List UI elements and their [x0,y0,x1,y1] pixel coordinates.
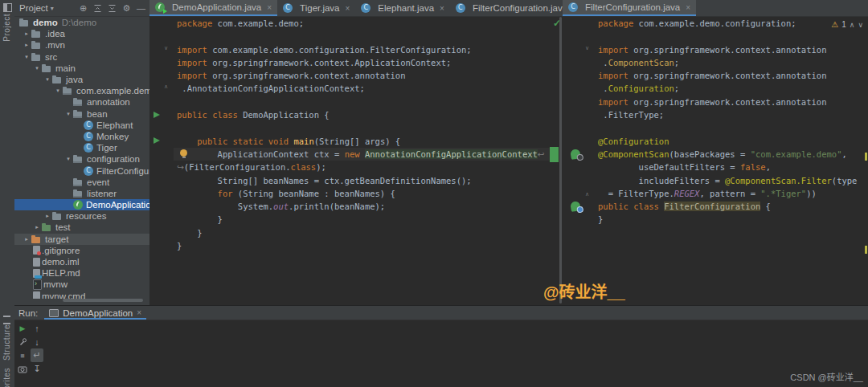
tree-item-Tiger[interactable]: CTiger [14,142,149,153]
close-tab-icon[interactable]: × [267,3,272,12]
tree-item-.idea[interactable]: ▸.idea [14,28,149,39]
code-editor-left[interactable]: package com.example.demo; import com.exa… [174,16,555,305]
code-line[interactable]: .AnnotationConfigApplicationContext; [174,82,555,95]
navigate-down-button[interactable]: ↓ [31,335,43,348]
code-line[interactable]: } [174,239,555,252]
code-line[interactable]: @ComponentScan(basePackages = "com.examp… [595,148,868,161]
tree-item-.mvn[interactable]: ▸.mvn [14,39,149,51]
code-line[interactable]: import org.springframework.context.annot… [595,43,868,56]
code-line[interactable]: useDefaultFilters = false, [595,161,868,173]
rerun-button[interactable]: ▶ [16,321,29,335]
run-tab-demoapplication[interactable]: DemoApplication × [44,306,146,320]
stop-button[interactable]: ■ [16,348,29,362]
tree-chevron-icon[interactable]: ▸ [22,42,31,48]
code-line[interactable]: import org.springframework.context.annot… [595,69,868,82]
locate-file-button[interactable]: ⊕ [77,1,89,15]
tab-Tiger.java[interactable]: CTiger.java× [277,0,355,16]
horizontal-scrollbar[interactable] [63,299,143,302]
code-line[interactable]: public class DemoApplication { [174,108,555,121]
inspection-widget[interactable]: ⚠ 1 ∧ ∨ [831,20,863,29]
spring-config-gutter-icon[interactable] [570,201,581,212]
tree-chevron-icon[interactable]: ▾ [43,76,52,83]
tab-FilterConfiguration.java[interactable]: CFilterConfiguration.java× [563,0,696,16]
fold-marker-icon[interactable]: ∧ [585,191,589,198]
tree-item-annotation[interactable]: annotation [14,96,149,108]
code-line[interactable]: import com.example.demo.configuration.Fi… [174,43,555,56]
code-line[interactable] [595,121,868,134]
fold-marker-icon[interactable]: ∧ [164,84,168,90]
code-line[interactable]: includeFilters = @ComponentScan.Filter(t… [595,174,868,187]
fold-marker-icon[interactable]: ∨ [585,45,589,51]
edit-configuration-wrench-button[interactable] [16,335,29,348]
tree-item-bean[interactable]: ▾bean [14,108,149,120]
soft-wrap-button[interactable]: ↵ [31,348,43,362]
tree-chevron-icon[interactable]: ▾ [22,54,31,60]
camera-icon[interactable] [16,362,29,376]
tree-item-test[interactable]: ▸test [14,222,149,233]
navigate-up-button[interactable]: ↑ [31,321,43,335]
tab-Elephant.java[interactable]: CElephant.java× [355,0,450,16]
tree-chevron-icon[interactable]: ▾ [32,65,42,71]
code-line[interactable]: ApplicationContext ctx = new AnnotationC… [174,148,555,161]
tree-item-mvnw.cmd[interactable]: mvnw.cmd [14,291,149,299]
code-line[interactable]: public class FilterConfiguration { [595,200,868,213]
code-line[interactable]: import org.springframework.context.annot… [174,69,555,82]
code-line[interactable]: import org.springframework.context.annot… [595,96,868,108]
tree-item-Monkey[interactable]: CMonkey [14,131,149,142]
code-line[interactable] [595,30,868,43]
tree-chevron-icon[interactable]: ▾ [63,111,73,117]
code-line[interactable] [174,96,555,108]
tree-item-demo[interactable]: demoD:\demo [14,17,149,28]
tree-item-java[interactable]: ▾java [14,74,149,85]
run-main-gutter-icon[interactable] [154,137,160,144]
tree-chevron-icon[interactable]: ▸ [43,213,52,219]
intention-bulb-icon[interactable] [180,149,187,157]
tree-item-DemoApplication[interactable]: DemoApplication [14,199,149,210]
code-line[interactable]: } [595,213,868,226]
expand-all-button[interactable] [92,1,104,15]
tree-item-.gitignore[interactable]: .gitignore [14,245,149,256]
code-line[interactable]: package com.example.demo.configuration; [595,17,868,30]
tree-item-Elephant[interactable]: CElephant [14,120,149,131]
code-line[interactable]: System.out.println(beanName); [174,200,555,213]
tree-item-HELP.md[interactable]: HELP.md [14,267,149,279]
tree-item-listener[interactable]: listener [14,188,149,199]
close-icon[interactable]: × [137,308,141,317]
spring-bean-gutter-icon[interactable] [570,149,581,160]
tree-chevron-icon[interactable]: ▸ [32,224,42,230]
tab-DemoApplication.java[interactable]: DemoApplication.java× [149,0,277,16]
chevron-down-icon[interactable]: ▾ [51,5,54,12]
code-line[interactable]: @Configuration [595,135,868,148]
code-line[interactable]: } [174,226,555,239]
code-editor-right[interactable]: package com.example.demo.configuration; … [595,16,868,305]
tree-item-demo.iml[interactable]: demo.iml [14,256,149,267]
next-warning-icon[interactable]: ∨ [858,21,863,29]
gear-icon[interactable]: ⚙ [121,1,133,15]
tree-item-event[interactable]: event [14,177,149,188]
stripe-button-favorites[interactable]: Favorites [2,368,11,387]
tree-item-src[interactable]: ▾src [14,51,149,63]
tree-item-target[interactable]: ▸target [14,234,149,245]
vertical-scrollbar[interactable] [559,17,562,303]
tree-chevron-icon[interactable]: ▾ [63,156,73,162]
code-line[interactable]: .ComponentScan; [595,56,868,69]
stripe-button-project[interactable]: Project [2,14,11,42]
tree-item-FilterConfiguration[interactable]: CFilterConfiguration [14,165,149,176]
tree-item-resources[interactable]: ▸resources [14,210,149,222]
code-line[interactable]: ↪(FilterConfiguration.class); [174,161,555,173]
code-line[interactable]: .FilterType; [595,108,868,121]
close-tab-icon[interactable]: × [346,4,350,13]
scroll-to-end-button[interactable]: ↧ [31,362,43,376]
close-tab-icon[interactable]: × [440,4,444,13]
code-line[interactable]: for (String beanName : beanNames) { [174,187,555,200]
run-class-gutter-icon[interactable] [154,112,160,118]
tree-item-com.example.demo[interactable]: ▾com.example.demo [14,85,149,96]
code-line[interactable]: .Configuration; [595,82,868,95]
code-line[interactable]: import org.springframework.context.Appli… [174,56,555,69]
collapse-all-button[interactable] [106,1,118,15]
code-line[interactable]: = FilterType.REGEX, pattern = ".*Tiger")… [595,187,868,200]
tree-chevron-icon[interactable]: ▸ [22,236,31,242]
tree-chevron-icon[interactable]: ▾ [53,88,63,94]
code-line[interactable]: } [174,213,555,226]
code-line[interactable] [174,121,555,134]
